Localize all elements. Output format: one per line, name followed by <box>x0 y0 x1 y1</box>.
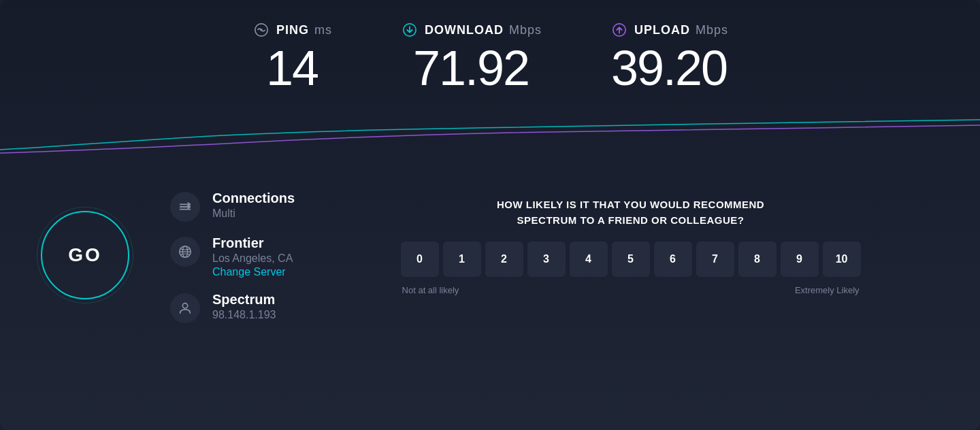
nps-label-left: Not at all likely <box>402 285 459 295</box>
connections-text: Connections Multi <box>212 191 295 220</box>
ping-label: PING <box>276 23 309 37</box>
nps-labels: Not at all likely Extremely Likely <box>402 285 860 295</box>
download-unit: Mbps <box>509 23 542 37</box>
upload-label: UPLOAD <box>634 23 690 37</box>
change-server-link[interactable]: Change Server <box>212 266 293 278</box>
nps-btn-0[interactable]: 0 <box>401 242 439 277</box>
go-button-container: GO <box>41 211 129 299</box>
download-stat: DOWNLOAD Mbps 71.92 <box>400 20 542 93</box>
upload-icon <box>610 20 629 39</box>
server-row: Frontier Los Angeles, CA Change Server <box>170 235 295 278</box>
server-title: Frontier <box>212 235 293 251</box>
ping-header: PING ms <box>252 20 332 39</box>
nps-scale: 0 1 2 3 4 5 6 7 8 9 10 <box>401 242 861 277</box>
isp-title: Spectrum <box>212 292 276 308</box>
upload-stat: UPLOAD Mbps 39.20 <box>610 20 728 93</box>
go-button-label: GO <box>68 244 102 266</box>
upload-header: UPLOAD Mbps <box>610 20 728 39</box>
connections-icon <box>170 192 200 222</box>
ping-value: 14 <box>266 44 318 93</box>
nps-btn-7[interactable]: 7 <box>696 242 734 277</box>
connections-title: Connections <box>212 191 295 206</box>
svg-point-1 <box>260 29 263 31</box>
download-value: 71.92 <box>413 44 529 93</box>
app-container: PING ms 14 DOWNLOAD Mbps 71.92 <box>0 0 980 430</box>
nps-btn-4[interactable]: 4 <box>570 242 608 277</box>
nps-label-right: Extremely Likely <box>795 285 860 295</box>
nps-btn-1[interactable]: 1 <box>443 242 481 277</box>
download-header: DOWNLOAD Mbps <box>400 20 542 39</box>
nps-btn-6[interactable]: 6 <box>654 242 692 277</box>
isp-row: Spectrum 98.148.1.193 <box>170 292 295 323</box>
nps-section: HOW LIKELY IS IT THAT YOU WOULD RECOMMEN… <box>336 191 926 295</box>
nps-btn-2[interactable]: 2 <box>485 242 523 277</box>
isp-text: Spectrum 98.148.1.193 <box>212 292 276 321</box>
bottom-content: GO Connections Multi <box>0 177 980 337</box>
nps-question: HOW LIKELY IS IT THAT YOU WOULD RECOMMEN… <box>497 197 764 228</box>
wave-graph <box>0 109 980 163</box>
server-location: Los Angeles, CA <box>212 252 293 265</box>
nps-btn-8[interactable]: 8 <box>738 242 777 277</box>
nps-btn-5[interactable]: 5 <box>612 242 650 277</box>
nps-btn-3[interactable]: 3 <box>527 242 566 277</box>
nps-btn-10[interactable]: 10 <box>823 242 861 277</box>
connections-row: Connections Multi <box>170 191 295 222</box>
stats-bar: PING ms 14 DOWNLOAD Mbps 71.92 <box>0 0 980 106</box>
nps-btn-9[interactable]: 9 <box>781 242 819 277</box>
upload-unit: Mbps <box>696 23 728 37</box>
info-section: Connections Multi Frontier <box>170 191 295 323</box>
go-button[interactable]: GO <box>41 211 129 299</box>
connections-subtitle: Multi <box>212 208 295 220</box>
svg-point-10 <box>182 303 187 308</box>
ping-unit: ms <box>314 23 332 37</box>
isp-icon <box>170 293 200 323</box>
server-icon <box>170 237 200 267</box>
server-text: Frontier Los Angeles, CA Change Server <box>212 235 293 278</box>
download-icon <box>400 20 419 39</box>
ping-icon <box>252 20 271 39</box>
download-label: DOWNLOAD <box>425 23 504 37</box>
upload-value: 39.20 <box>611 44 727 93</box>
isp-ip: 98.148.1.193 <box>212 309 276 321</box>
ping-stat: PING ms 14 <box>252 20 332 93</box>
